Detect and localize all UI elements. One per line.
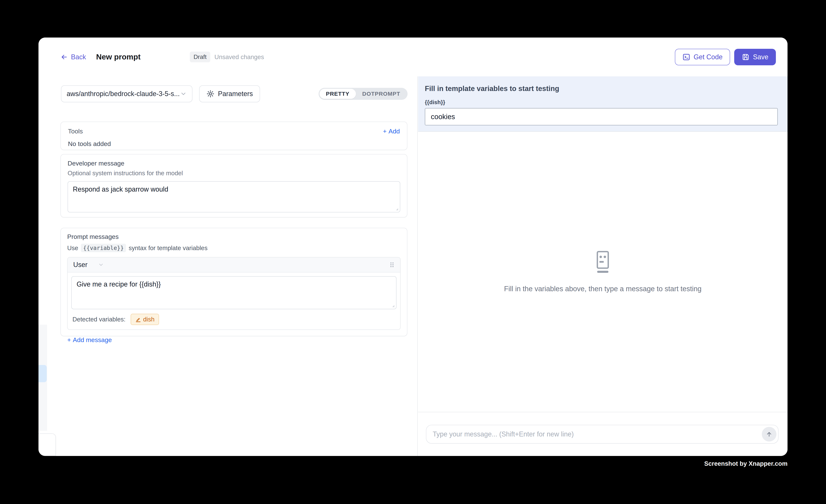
variables-section-title: Fill in template variables to start test… xyxy=(425,85,778,93)
save-floppy-icon xyxy=(742,53,750,61)
developer-message-textarea[interactable]: Respond as jack sparrow would xyxy=(68,181,400,212)
chevron-down-icon xyxy=(180,90,187,97)
model-selector-value: aws/anthropic/bedrock-claude-3-5-s... xyxy=(67,90,180,98)
plus-icon: + xyxy=(67,336,71,343)
drag-handle-icon[interactable] xyxy=(389,261,395,268)
get-code-button[interactable]: Get Code xyxy=(675,49,730,65)
status-badge: Draft xyxy=(190,52,210,62)
variable-name-label: {{dish}} xyxy=(425,99,778,106)
plus-icon: + xyxy=(383,128,387,135)
message-composer xyxy=(418,412,787,456)
template-variables-section: Fill in template variables to start test… xyxy=(418,76,787,132)
unsaved-changes-note: Unsaved changes xyxy=(215,54,264,61)
gear-icon xyxy=(206,90,215,98)
add-tool-button[interactable]: + Add xyxy=(383,128,400,135)
page-title: New prompt xyxy=(96,53,140,61)
add-message-button[interactable]: + Add message xyxy=(67,336,112,343)
header: Back New prompt Draft Unsaved changes Ge… xyxy=(39,38,787,76)
resize-grip-icon[interactable] xyxy=(391,304,395,308)
terminal-icon xyxy=(683,53,690,61)
empty-state: Fill in the variables above, then type a… xyxy=(504,251,702,293)
tools-empty-text: No tools added xyxy=(68,140,400,147)
app-window: Back New prompt Draft Unsaved changes Ge… xyxy=(39,38,787,456)
resize-grip-icon[interactable] xyxy=(395,207,399,211)
back-label: Back xyxy=(71,53,86,61)
variable-value-input[interactable] xyxy=(425,108,778,125)
detected-variables-label: Detected variables: xyxy=(72,316,125,323)
edit-pencil-icon xyxy=(135,317,141,322)
robot-face-icon xyxy=(593,251,612,274)
chat-output-area: Fill in the variables above, then type a… xyxy=(418,132,787,412)
tools-card: Tools + Add No tools added xyxy=(60,122,407,150)
chevron-down-icon xyxy=(98,262,104,268)
message-block: User Give me a recipe for {{dish}} xyxy=(67,257,401,330)
model-bar: aws/anthropic/bedrock-claude-3-5-s... Pa… xyxy=(61,85,408,102)
send-button[interactable] xyxy=(762,427,776,442)
back-button[interactable]: Back xyxy=(60,53,86,61)
template-syntax-hint: Use {{variable}} syntax for template var… xyxy=(67,244,401,252)
model-selector[interactable]: aws/anthropic/bedrock-claude-3-5-s... xyxy=(61,85,192,102)
variable-syntax-chip: {{variable}} xyxy=(81,244,126,252)
test-pane: Fill in template variables to start test… xyxy=(418,76,787,456)
developer-message-subtitle: Optional system instructions for the mod… xyxy=(68,170,400,177)
developer-message-card: Developer message Optional system instru… xyxy=(60,154,407,217)
tools-title: Tools xyxy=(68,128,83,135)
watermark-text: Screenshot by Xnapper.com xyxy=(704,460,787,467)
empty-state-text: Fill in the variables above, then type a… xyxy=(504,285,702,293)
view-mode-toggle: PRETTY DOTPROMPT xyxy=(318,88,408,100)
toggle-pretty[interactable]: PRETTY xyxy=(319,89,356,99)
message-textarea[interactable]: Give me a recipe for {{dish}} xyxy=(71,276,397,309)
developer-message-title: Developer message xyxy=(68,160,400,167)
message-role-selector[interactable]: User xyxy=(73,261,104,269)
save-button[interactable]: Save xyxy=(734,49,776,65)
back-arrow-icon xyxy=(60,53,68,61)
toggle-dotprompt[interactable]: DOTPROMPT xyxy=(356,89,407,99)
parameters-button[interactable]: Parameters xyxy=(199,85,260,102)
prompt-messages-title: Prompt messages xyxy=(67,233,401,240)
arrow-up-icon xyxy=(766,431,773,438)
prompt-messages-card: Prompt messages Use {{variable}} syntax … xyxy=(60,228,407,336)
variable-chip-dish[interactable]: dish xyxy=(131,314,159,325)
prompt-editor-pane: aws/anthropic/bedrock-claude-3-5-s... Pa… xyxy=(39,76,418,456)
chat-message-input[interactable] xyxy=(426,425,778,444)
